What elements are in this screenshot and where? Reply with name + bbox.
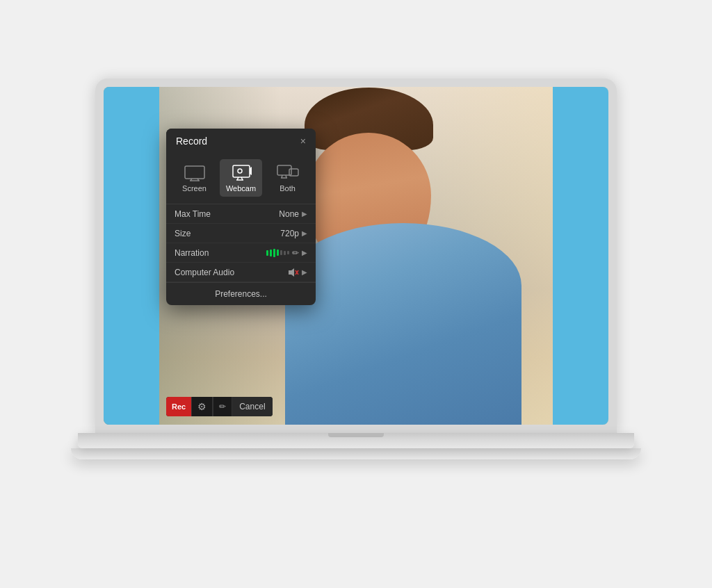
svg-marker-5: [250, 167, 252, 175]
settings-button[interactable]: ⚙: [191, 397, 212, 416]
svg-rect-4: [233, 165, 250, 177]
settings-rows: Max Time None ▶ Size 720p ▶ Narration: [166, 204, 316, 282]
screen-mode-label: Screen: [182, 184, 207, 193]
svg-point-6: [238, 169, 242, 173]
narration-arrow-icon: ▶: [302, 249, 307, 256]
max-time-label: Max Time: [175, 209, 279, 219]
pencil-icon: ✏: [219, 402, 226, 411]
cancel-button[interactable]: Cancel: [232, 397, 272, 416]
mode-both-button[interactable]: Both: [266, 159, 309, 197]
max-time-value: None: [279, 209, 299, 219]
svg-marker-15: [289, 268, 294, 277]
gear-icon: ⚙: [197, 401, 207, 412]
narration-label: Narration: [175, 248, 266, 258]
svg-rect-0: [185, 166, 204, 179]
computer-audio-label: Computer Audio: [175, 268, 288, 277]
size-label: Size: [175, 229, 280, 238]
screen-bezel: Record ×: [95, 79, 617, 433]
webcam-icon: [230, 165, 252, 181]
dialog-close-button[interactable]: ×: [300, 136, 306, 146]
both-icon: [277, 165, 299, 181]
webcam-mode-label: Webcam: [226, 184, 256, 193]
record-modes-container: Screen: [166, 154, 316, 204]
laptop-container: Record ×: [71, 79, 641, 509]
computer-audio-row[interactable]: Computer Audio ▶: [166, 263, 316, 282]
mode-webcam-button[interactable]: Webcam: [220, 159, 262, 197]
size-row[interactable]: Size 720p ▶: [166, 224, 316, 243]
laptop-base: [78, 433, 634, 448]
dialog-header: Record ×: [166, 129, 316, 154]
annotate-button[interactable]: ✏: [213, 397, 232, 416]
narration-edit-icon: ✏: [292, 248, 299, 258]
rec-button[interactable]: Rec: [166, 397, 191, 416]
man-shirt: [285, 223, 521, 425]
dialog-title: Record: [176, 136, 207, 147]
bottom-toolbar: Rec ⚙ ✏ Cancel: [166, 397, 273, 416]
rec-label: Rec: [172, 402, 186, 411]
narration-row[interactable]: Narration ✏ ▶: [166, 243, 316, 263]
both-mode-label: Both: [280, 184, 296, 193]
size-arrow-icon: ▶: [302, 229, 307, 237]
preferences-label: Preferences...: [215, 289, 267, 299]
computer-audio-arrow-icon: ▶: [302, 268, 307, 276]
preferences-button[interactable]: Preferences...: [166, 282, 316, 305]
record-dialog: Record ×: [166, 129, 316, 305]
laptop-bottom: [71, 448, 641, 459]
laptop-screen: Record ×: [104, 87, 608, 425]
mode-screen-button[interactable]: Screen: [173, 159, 216, 197]
max-time-arrow-icon: ▶: [302, 210, 307, 218]
audio-muted-icon: [288, 268, 299, 277]
size-value: 720p: [280, 229, 299, 238]
cancel-label: Cancel: [239, 402, 265, 411]
screen-icon: [184, 165, 206, 181]
narration-level-indicator: [266, 249, 289, 257]
max-time-row[interactable]: Max Time None ▶: [166, 204, 316, 224]
